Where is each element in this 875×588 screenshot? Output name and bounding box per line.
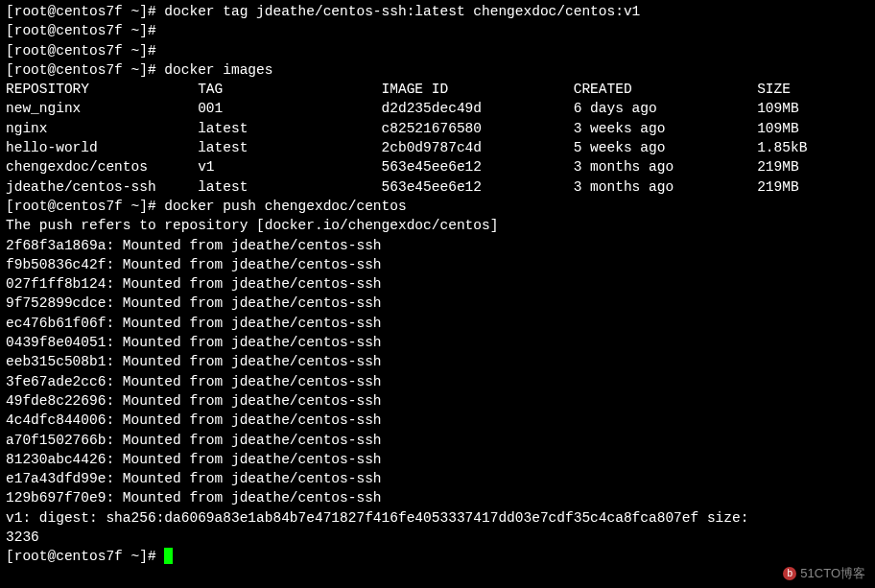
push-digest: v1: digest: sha256:da6069a83e1ab84b7e471…: [6, 508, 869, 528]
push-layer: 81230abc4426: Mounted from jdeathe/cento…: [6, 450, 869, 469]
cmd-docker-tag: [root@centos7f ~]# docker tag jdeathe/ce…: [6, 2, 869, 21]
cmd-docker-images: [root@centos7f ~]# docker images: [6, 60, 869, 80]
push-layer: 027f1ff8b124: Mounted from jdeathe/cento…: [6, 274, 869, 294]
terminal-output[interactable]: [root@centos7f ~]# docker tag jdeathe/ce…: [6, 2, 869, 567]
images-row: hello-world latest 2cb0d9787c4d 5 weeks …: [6, 138, 869, 157]
push-layer: 49fde8c22696: Mounted from jdeathe/cento…: [6, 391, 869, 411]
push-layer: 4c4dfc844006: Mounted from jdeathe/cento…: [6, 411, 869, 430]
images-row: new_nginx 001 d2d235dec49d 6 days ago 10…: [6, 99, 869, 118]
push-layer: 3fe67ade2cc6: Mounted from jdeathe/cento…: [6, 372, 869, 391]
cmd-docker-push: [root@centos7f ~]# docker push chengexdo…: [6, 197, 869, 216]
cmd-empty: [root@centos7f ~]#: [6, 21, 869, 40]
push-layer: ec476b61f06f: Mounted from jdeathe/cento…: [6, 314, 869, 333]
push-digest-size: 3236: [6, 528, 869, 547]
push-layer: a70f1502766b: Mounted from jdeathe/cento…: [6, 431, 869, 450]
prompt-active[interactable]: [root@centos7f ~]#: [6, 547, 869, 566]
push-refers: The push refers to repository [docker.io…: [6, 216, 869, 235]
push-layer: e17a43dfd99e: Mounted from jdeathe/cento…: [6, 469, 869, 488]
push-layer: 9f752899cdce: Mounted from jdeathe/cento…: [6, 294, 869, 313]
cursor: [164, 548, 173, 564]
push-layer: 0439f8e04051: Mounted from jdeathe/cento…: [6, 333, 869, 352]
watermark-icon: b: [783, 567, 796, 580]
images-row: jdeathe/centos-ssh latest 563e45ee6e12 3…: [6, 177, 869, 197]
images-header: REPOSITORY TAG IMAGE ID CREATED SIZE: [6, 80, 869, 99]
images-row: chengexdoc/centos v1 563e45ee6e12 3 mont…: [6, 157, 869, 176]
push-layer: eeb315c508b1: Mounted from jdeathe/cento…: [6, 352, 869, 371]
watermark: b51CTO博客: [783, 565, 865, 582]
images-row: nginx latest c82521676580 3 weeks ago 10…: [6, 119, 869, 138]
push-layer: 2f68f3a1869a: Mounted from jdeathe/cento…: [6, 236, 869, 255]
push-layer: f9b50836c42f: Mounted from jdeathe/cento…: [6, 255, 869, 274]
watermark-text: 51CTO博客: [800, 566, 865, 580]
push-layer: 129b697f70e9: Mounted from jdeathe/cento…: [6, 488, 869, 507]
cmd-empty: [root@centos7f ~]#: [6, 41, 869, 60]
